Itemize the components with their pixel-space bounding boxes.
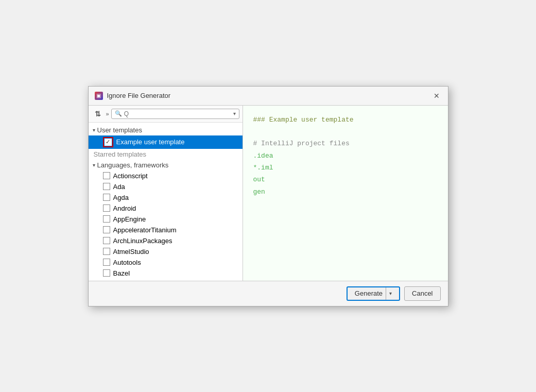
ada-label: Ada — [113, 183, 125, 191]
languages-frameworks-header[interactable]: ▾ Languages, frameworks — [89, 160, 243, 171]
search-box: 🔍 ▾ — [111, 109, 239, 119]
tree-item-autotools[interactable]: Autotools — [89, 257, 243, 268]
tree-item-appceleratortitanium[interactable]: AppceleratorTitanium — [89, 225, 243, 235]
preview-entry-out: out — [253, 174, 438, 185]
tree-area: ▾ User templates ✓ Example user template… — [89, 123, 243, 281]
actionscript-checkbox[interactable] — [103, 172, 110, 179]
tree-item-ada[interactable]: Ada — [89, 181, 243, 192]
appceleratortitanium-checkbox[interactable] — [103, 226, 110, 233]
app-icon: ▣ — [95, 92, 103, 100]
tree-item-agda[interactable]: Agda — [89, 192, 243, 203]
close-button[interactable]: ✕ — [431, 91, 442, 101]
user-templates-header[interactable]: ▾ User templates — [89, 125, 243, 135]
generate-button[interactable]: Generate ▾ — [347, 286, 400, 301]
appengine-checkbox[interactable] — [103, 215, 110, 223]
title-bar: ▣ Ignore File Generator ✕ — [89, 87, 448, 106]
preview-panel: ### Example user template # IntelliJ pro… — [243, 106, 448, 281]
generate-arrow-icon[interactable]: ▾ — [386, 287, 392, 300]
toolbar: ⇅ » 🔍 ▾ — [89, 106, 243, 123]
languages-frameworks-chevron-icon: ▾ — [93, 162, 95, 168]
autotools-checkbox[interactable] — [103, 259, 110, 266]
atmelstudio-checkbox[interactable] — [103, 248, 110, 255]
cancel-button[interactable]: Cancel — [404, 286, 440, 301]
archlinuxpackages-checkbox[interactable] — [103, 237, 110, 244]
dialog-footer: Generate ▾ Cancel — [89, 281, 448, 306]
example-user-template-label: Example user template — [116, 138, 185, 146]
search-icon: 🔍 — [115, 110, 122, 117]
tree-item-bazel[interactable]: Bazel — [89, 268, 243, 279]
ignore-file-generator-dialog: ▣ Ignore File Generator ✕ ⇅ » 🔍 ▾ — [88, 86, 448, 306]
user-templates-chevron-icon: ▾ — [93, 127, 95, 133]
starred-templates-label: Starred templates — [89, 149, 243, 160]
dialog-body: ⇅ » 🔍 ▾ ▾ User templates — [89, 106, 448, 281]
preview-entry-gen: gen — [253, 186, 438, 198]
dialog-title: Ignore File Generator — [107, 92, 171, 99]
preview-comment-line: # IntelliJ project files — [253, 138, 438, 149]
sort-button[interactable]: ⇅ — [92, 108, 104, 120]
agda-label: Agda — [113, 194, 129, 201]
bazel-label: Bazel — [113, 269, 130, 277]
languages-frameworks-label: Languages, frameworks — [97, 161, 169, 169]
user-templates-label: User templates — [97, 126, 142, 134]
actionscript-label: Actionscript — [113, 172, 148, 180]
atmelstudio-label: AtmelStudio — [113, 248, 149, 255]
preview-empty-line — [253, 126, 438, 138]
title-bar-left: ▣ Ignore File Generator — [95, 92, 171, 100]
generate-label: Generate — [355, 289, 386, 297]
sort-icon: ⇅ — [95, 110, 101, 118]
preview-title-line: ### Example user template — [253, 114, 438, 126]
tree-item-archlinuxpackages[interactable]: ArchLinuxPackages — [89, 235, 243, 246]
left-panel: ⇅ » 🔍 ▾ ▾ User templates — [89, 106, 243, 281]
example-user-template-checkbox[interactable]: ✓ — [105, 139, 112, 146]
bazel-checkbox[interactable] — [103, 269, 110, 277]
preview-entry-idea: .idea — [253, 150, 438, 162]
autotools-label: Autotools — [113, 259, 141, 266]
ada-checkbox[interactable] — [103, 183, 110, 190]
tree-item-example-user-template[interactable]: ✓ Example user template — [89, 135, 243, 149]
appceleratortitanium-label: AppceleratorTitanium — [113, 226, 177, 234]
example-user-template-checkbox-wrapper: ✓ — [103, 137, 113, 147]
android-label: Android — [113, 204, 136, 212]
search-input[interactable] — [124, 110, 231, 117]
preview-entry-iml: *.iml — [253, 162, 438, 174]
expand-chevron-icon: » — [106, 111, 109, 117]
tree-item-android[interactable]: Android — [89, 203, 243, 214]
search-dropdown-icon[interactable]: ▾ — [233, 111, 236, 116]
tree-item-appengine[interactable]: AppEngine — [89, 214, 243, 225]
android-checkbox[interactable] — [103, 204, 110, 212]
agda-checkbox[interactable] — [103, 194, 110, 201]
appengine-label: AppEngine — [113, 215, 146, 223]
tree-item-actionscript[interactable]: Actionscript — [89, 171, 243, 181]
tree-item-atmelstudio[interactable]: AtmelStudio — [89, 246, 243, 257]
archlinuxpackages-label: ArchLinuxPackages — [113, 237, 172, 245]
